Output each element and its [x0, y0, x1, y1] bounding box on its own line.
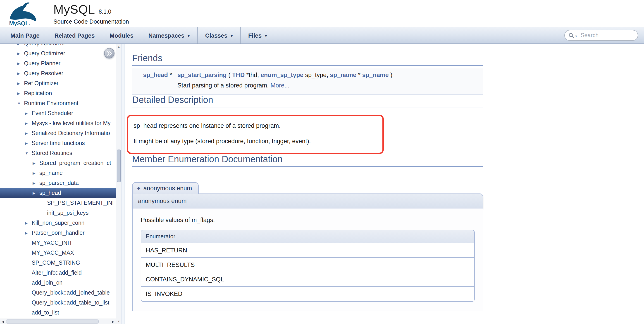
enumerator-table-header: Enumerator [141, 230, 474, 243]
search-box[interactable] [564, 30, 638, 41]
tree-arrow-icon[interactable]: ▶ [24, 121, 32, 125]
vertical-scroll-thumb[interactable] [117, 149, 121, 182]
nav-tab[interactable]: Classes ▼ [198, 27, 241, 44]
tree-arrow-icon[interactable]: ▶ [24, 111, 32, 115]
nav-tab[interactable]: Files ▼ [241, 27, 275, 44]
sidebar-tree-item[interactable]: ▶ Replication [0, 88, 116, 98]
sidebar-tree-item[interactable]: ▶ Query Optimizer [0, 49, 116, 58]
search-icon[interactable] [568, 32, 574, 38]
tree-arrow-icon[interactable]: ▶ [17, 44, 24, 46]
sidebar-tree-item[interactable]: ▶ sp_head [0, 188, 116, 198]
member-signature[interactable]: sp_start_parsing ( THD *thd, enum_sp_typ… [174, 68, 483, 81]
sidebar-tree-item[interactable]: init_sp_psi_keys [0, 208, 116, 218]
friends-heading: Friends [132, 53, 483, 66]
tree-arrow-icon[interactable]: ▶ [24, 131, 32, 135]
tree-arrow-icon[interactable]: ▶ [17, 91, 24, 95]
tree-arrow-icon[interactable]: ▶ [24, 231, 32, 235]
sync-arrows-icon [106, 51, 112, 56]
search-filter-caret-icon[interactable] [575, 35, 578, 37]
enum-doc-cell [254, 243, 474, 258]
diamond-anchor-icon[interactable] [137, 186, 140, 191]
tab-list: Main Page Related Pages Modules Namespac… [0, 27, 644, 44]
scroll-right-icon[interactable] [110, 319, 116, 324]
sidebar-tree-item[interactable]: Query_block::add_table_to_list [0, 298, 116, 308]
member-signature-part[interactable]: enum_sp_type [261, 72, 304, 78]
page-header: MySQL. MySQL 8.1.0 Source Code Documenta… [0, 0, 644, 27]
member-return-part: * [170, 72, 172, 78]
sidebar-tree-item[interactable]: ▶ Mysys - low level utilities for My [0, 118, 116, 128]
search-input[interactable] [580, 32, 633, 39]
scroll-left-icon[interactable] [0, 319, 6, 324]
sidebar-tree-item[interactable]: ▶ Parser_oom_handler [0, 228, 116, 238]
sidebar-vertical-scrollbar[interactable] [116, 44, 121, 324]
sidebar-tree-item[interactable]: add_join_on [0, 278, 116, 288]
sidebar-tree-item[interactable]: SP_PSI_STATEMENT_INFO [0, 198, 116, 208]
sidebar-tree-item[interactable]: ▶ Query Optimizer [0, 44, 116, 49]
nav-tab[interactable]: Main Page [3, 27, 47, 44]
sidebar-splitter[interactable] [121, 44, 125, 324]
sidebar-tree-item[interactable]: SP_COM_STRING [0, 258, 116, 268]
mysql-logo[interactable]: MySQL. [4, 1, 46, 26]
tree-arrow-icon[interactable]: ▶ [17, 81, 24, 85]
sidebar-tree-item[interactable]: ▶ sp_parser_data [0, 178, 116, 188]
sidebar-horizontal-scrollbar[interactable] [0, 318, 116, 324]
sidebar-tree-item[interactable]: ▶ Server time functions [0, 138, 116, 148]
sidebar-tree-item[interactable]: ▶ Serialized Dictionary Informatio [0, 128, 116, 138]
sidebar-tree-item[interactable]: ▶ Event Scheduler [0, 108, 116, 118]
sidebar-tree-item[interactable]: ▶ Ref Optimizer [0, 78, 116, 88]
page: MySQL. MySQL 8.1.0 Source Code Documenta… [0, 0, 644, 324]
nav-tree: ▶ Query Optimizer ▶ Query Optimizer ▶ Qu… [0, 44, 121, 324]
chevron-down-icon: ▼ [264, 33, 268, 37]
sidebar-tree-item[interactable]: Alter_info::add_field [0, 268, 116, 278]
tree-arrow-icon[interactable]: ▶ [17, 61, 24, 66]
tree-arrow-icon[interactable]: ▶ [24, 141, 32, 145]
horizontal-scroll-thumb[interactable] [6, 319, 99, 323]
tree-arrow-icon[interactable]: ▼ [17, 101, 24, 105]
enum-name-cell: IS_INVOKED [141, 287, 254, 301]
tree-arrow-icon[interactable]: ▶ [32, 191, 39, 195]
member-signature-part[interactable]: THD [232, 72, 245, 78]
sidebar-tree-item[interactable]: ▶ sp_name [0, 168, 116, 178]
sidebar-tree-item[interactable]: ▼ Stored Routines [0, 148, 116, 158]
scroll-up-icon[interactable] [116, 44, 121, 49]
sidebar-tree-item[interactable]: MY_YACC_INIT [0, 238, 116, 248]
description-paragraph: It might be of any type (stored procedur… [134, 137, 373, 146]
sidebar-tree-item[interactable]: ▶ Query Resolver [0, 68, 116, 78]
tree-arrow-icon[interactable]: ▶ [32, 181, 39, 185]
sidebar-tree-item[interactable]: ▶ Stored_program_creation_ct [0, 158, 116, 168]
tree-arrow-icon[interactable]: ▼ [24, 151, 32, 155]
nav-tab[interactable]: Namespaces ▼ [141, 27, 198, 44]
nav-tree-list: ▶ Query Optimizer ▶ Query Optimizer ▶ Qu… [0, 44, 116, 324]
member-signature-part[interactable]: sp_start_parsing [178, 72, 227, 78]
scroll-down-icon[interactable] [116, 318, 121, 324]
sync-button[interactable] [104, 48, 114, 58]
sidebar-tree-item[interactable]: Query_block::add_joined_table [0, 288, 116, 298]
sidebar-tree-item[interactable]: ▶ Kill_non_super_conn [0, 218, 116, 228]
description-paragraph: sp_head represents one instance of a sto… [134, 121, 373, 130]
member-return-type[interactable]: sp_head * [132, 68, 174, 81]
member-signature-part: sp_type, [305, 72, 330, 78]
tree-arrow-icon[interactable]: ▶ [24, 221, 32, 225]
member-signature-part: * [358, 72, 361, 78]
enum-row: HAS_RETURN [141, 243, 474, 258]
tree-arrow-icon[interactable]: ▶ [17, 71, 24, 75]
more-link[interactable]: More... [270, 82, 290, 89]
tree-arrow-icon[interactable]: ▶ [32, 171, 39, 175]
tree-arrow-icon[interactable]: ▶ [17, 51, 24, 56]
red-annotation-box: sp_head represents one instance of a sto… [127, 115, 384, 154]
tree-arrow-icon[interactable]: ▶ [32, 161, 39, 165]
sidebar-tree-item[interactable]: add_to_list [0, 308, 116, 318]
nav-tab[interactable]: Related Pages [47, 27, 102, 44]
enum-row: CONTAINS_DYNAMIC_SQL [141, 272, 474, 287]
sidebar-tree-item[interactable]: ▶ Query Planner [0, 58, 116, 68]
member-return-part[interactable]: sp_head [143, 72, 168, 78]
content-area: ▶ Query Optimizer ▶ Query Optimizer ▶ Qu… [0, 44, 644, 324]
sidebar-tree-item[interactable]: MY_YACC_MAX [0, 248, 116, 258]
member-signature-part[interactable]: sp_name [330, 72, 356, 78]
nav-tab[interactable]: Modules [102, 27, 141, 44]
member-panel: anonymous enum Possible values of m_flag… [132, 194, 483, 311]
member-signature-part[interactable]: sp_name [362, 72, 389, 78]
sidebar-tree-item[interactable]: ▼ Runtime Environment [0, 98, 116, 108]
project-name: MySQL [54, 3, 95, 17]
enum-row: IS_INVOKED [141, 287, 474, 301]
